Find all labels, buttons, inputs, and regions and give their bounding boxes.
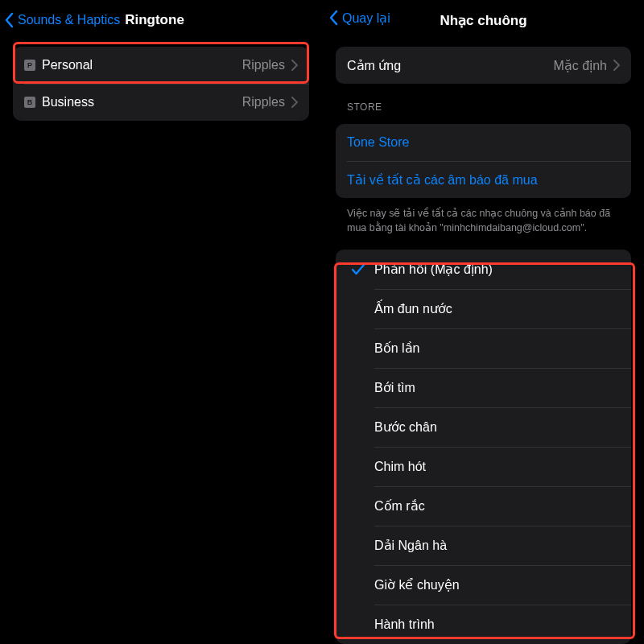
download-footer-text: Việc này sẽ tải về tất cả các nhạc chuôn… xyxy=(347,206,620,235)
tone-store-link[interactable]: Tone Store xyxy=(336,124,631,161)
ringtone-label: Giờ kể chuyện xyxy=(374,577,460,592)
back-button-sounds-haptics[interactable]: Sounds & Haptics xyxy=(5,12,120,28)
ringtone-label: Bốn lần xyxy=(374,341,419,356)
chevron-right-icon xyxy=(613,60,620,71)
sim-name: Business xyxy=(42,95,94,109)
back-label: Sounds & Haptics xyxy=(18,13,120,27)
chevron-right-icon xyxy=(291,97,298,108)
page-title: Nhạc chuông xyxy=(440,12,526,29)
right-nav-bar: Quay lại Nhạc chuông xyxy=(323,0,644,35)
back-button-quay-lai[interactable]: Quay lại xyxy=(329,10,390,26)
left-screen: Sounds & Haptics Ringtone P Personal Rip… xyxy=(0,0,322,644)
ringtone-item[interactable]: Phản hồi (Mặc định) xyxy=(336,250,631,289)
chevron-left-icon xyxy=(329,10,339,26)
sim-badge-icon: P xyxy=(24,60,35,71)
haptic-label: Cảm ứng xyxy=(347,58,554,73)
ringtone-label: Hành trình xyxy=(374,617,435,632)
sim-ringtone-value: Ripples xyxy=(242,95,285,109)
ringtone-item[interactable]: Bốn lần xyxy=(336,328,631,368)
sim-row-personal[interactable]: P Personal Ripples xyxy=(13,47,309,84)
right-screen: Quay lại Nhạc chuông Cảm ứng Mặc định ST… xyxy=(322,0,644,644)
sim-row-business[interactable]: B Business Ripples xyxy=(13,84,309,121)
left-nav-bar: Sounds & Haptics Ringtone xyxy=(0,0,322,35)
back-label: Quay lại xyxy=(342,10,390,26)
haptic-group: Cảm ứng Mặc định xyxy=(336,47,631,84)
ringtone-item[interactable]: Dải Ngân hà xyxy=(336,526,631,565)
ringtone-label: Chim hót xyxy=(374,460,426,474)
ringtone-label: Bước chân xyxy=(374,419,437,435)
ringtone-item[interactable]: Ấm đun nước xyxy=(336,289,631,328)
ringtone-list: Phản hồi (Mặc định)Ấm đun nướcBốn lầnBới… xyxy=(336,250,631,644)
ringtone-label: Ấm đun nước xyxy=(374,301,452,316)
download-all-link[interactable]: Tải về tất cả các âm báo đã mua xyxy=(336,161,631,198)
chevron-left-icon xyxy=(5,12,14,28)
sim-badge-icon: B xyxy=(24,97,35,108)
ringtone-item[interactable]: Giờ kể chuyện xyxy=(336,565,631,605)
ringtone-item[interactable]: Hành trình xyxy=(336,605,631,644)
sim-ringtone-value: Ripples xyxy=(242,58,285,72)
haptic-value: Mặc định xyxy=(554,58,607,73)
haptic-row[interactable]: Cảm ứng Mặc định xyxy=(336,47,631,84)
ringtone-item[interactable]: Cốm rắc xyxy=(336,486,631,526)
ringtone-label: Phản hồi (Mặc định) xyxy=(374,262,493,277)
ringtone-item[interactable]: Bước chân xyxy=(336,407,631,447)
ringtone-item[interactable]: Bới tìm xyxy=(336,368,631,407)
store-section-header: STORE xyxy=(347,101,620,113)
sim-list: P Personal Ripples B Business Ripples xyxy=(13,47,309,121)
sim-name: Personal xyxy=(42,58,93,72)
ringtone-label: Cốm rắc xyxy=(374,498,425,514)
checkmark-icon xyxy=(347,264,369,275)
ringtone-item[interactable]: Chim hót xyxy=(336,447,631,486)
store-group: Tone Store Tải về tất cả các âm báo đã m… xyxy=(336,124,631,198)
ringtone-label: Bới tìm xyxy=(374,380,415,395)
page-title: Ringtone xyxy=(125,12,184,28)
ringtone-label: Dải Ngân hà xyxy=(374,538,447,553)
chevron-right-icon xyxy=(291,60,298,71)
